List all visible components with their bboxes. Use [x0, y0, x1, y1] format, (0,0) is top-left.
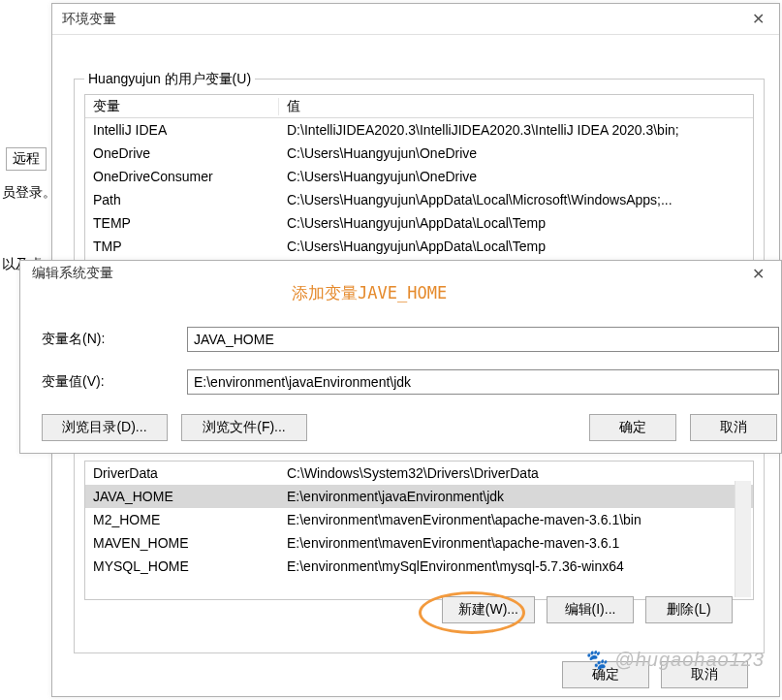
table-row[interactable]: OneDriveC:\Users\Huangyujun\OneDrive [85, 142, 753, 165]
table-row[interactable]: TEMPC:\Users\Huangyujun\AppData\Local\Te… [85, 211, 753, 235]
browse-directory-button[interactable]: 浏览目录(D)... [42, 414, 168, 441]
annotation-text: 添加变量JAVE_HOME [292, 282, 447, 304]
close-icon[interactable]: ✕ [746, 10, 769, 28]
table-row[interactable]: OneDriveConsumerC:\Users\Huangyujun\OneD… [85, 165, 753, 188]
var-name: MAVEN_HOME [85, 535, 279, 551]
var-value: E:\environment\javaEnvironment\jdk [279, 489, 753, 504]
var-value: C:\Users\Huangyujun\AppData\Local\Micros… [279, 192, 753, 207]
ok-button[interactable]: 确定 [589, 414, 676, 441]
var-value: D:\IntelliJIDEA2020.3\IntelliJIDEA2020.3… [279, 122, 753, 138]
edit-button[interactable]: 编辑(I)... [547, 596, 634, 623]
variable-value-label: 变量值(V): [42, 373, 187, 391]
variable-value-input[interactable] [187, 369, 779, 395]
bg-text-remote: 远程 [6, 147, 47, 171]
browse-file-button[interactable]: 浏览文件(F)... [181, 414, 307, 441]
table-row[interactable]: IntelliJ IDEAD:\IntelliJIDEA2020.3\Intel… [85, 118, 753, 142]
table-row[interactable]: JAVA_HOMEE:\environment\javaEnvironment\… [85, 485, 753, 508]
edit-dialog-title: 编辑系统变量 [32, 265, 113, 282]
var-value: E:\environment\mavenEvironment\apache-ma… [279, 535, 753, 551]
var-name: TEMP [85, 215, 279, 231]
table-row[interactable]: MYSQL_HOMEE:\environment\mySqlEnvironmen… [85, 555, 753, 578]
env-dialog-title: 环境变量 [62, 11, 116, 28]
scrollbar[interactable] [735, 481, 751, 597]
table-row[interactable]: M2_HOMEE:\environment\mavenEvironment\ap… [85, 508, 753, 531]
var-name: M2_HOME [85, 512, 279, 527]
table-row[interactable]: TMPC:\Users\Huangyujun\AppData\Local\Tem… [85, 235, 753, 258]
header-value[interactable]: 值 [279, 98, 753, 115]
env-dialog-titlebar: 环境变量 ✕ [52, 4, 779, 35]
var-value: E:\environment\mavenEvironment\apache-ma… [279, 512, 753, 527]
var-name: OneDriveConsumer [85, 169, 279, 184]
var-value: C:\Users\Huangyujun\AppData\Local\Temp [279, 239, 753, 254]
table-row[interactable]: PathC:\Users\Huangyujun\AppData\Local\Mi… [85, 188, 753, 211]
var-name: OneDrive [85, 145, 279, 161]
table-row[interactable]: DriverDataC:\Windows\System32\Drivers\Dr… [85, 461, 753, 485]
edit-system-variable-dialog: 编辑系统变量 ✕ 添加变量JAVE_HOME 变量名(N): 变量值(V): 浏… [19, 260, 782, 454]
user-group-label: Huangyujun 的用户变量(U) [84, 71, 255, 88]
var-name: MYSQL_HOME [85, 558, 279, 574]
var-value: E:\environment\mySqlEnvironment\mysql-5.… [279, 558, 753, 574]
system-variables-group: DriverDataC:\Windows\System32\Drivers\Dr… [74, 421, 765, 653]
system-variables-table[interactable]: DriverDataC:\Windows\System32\Drivers\Dr… [84, 461, 754, 600]
var-value: C:\Users\Huangyujun\AppData\Local\Temp [279, 215, 753, 231]
bg-text-login: 员登录。 [2, 184, 56, 202]
table-header: 变量 值 [85, 95, 753, 118]
var-value: C:\Users\Huangyujun\OneDrive [279, 169, 753, 184]
ok-button[interactable]: 确定 [562, 661, 649, 688]
cancel-button[interactable]: 取消 [661, 661, 748, 688]
variable-name-label: 变量名(N): [42, 331, 187, 348]
var-name: TMP [85, 239, 279, 254]
delete-button[interactable]: 删除(L) [645, 596, 733, 623]
header-variable[interactable]: 变量 [85, 98, 279, 115]
new-button[interactable]: 新建(W)... [442, 596, 535, 623]
variable-name-input[interactable] [187, 327, 779, 352]
var-value: C:\Users\Huangyujun\OneDrive [279, 145, 753, 161]
table-row[interactable]: MAVEN_HOMEE:\environment\mavenEvironment… [85, 531, 753, 555]
close-icon[interactable]: ✕ [746, 265, 769, 283]
var-name: DriverData [85, 465, 279, 481]
cancel-button[interactable]: 取消 [690, 414, 777, 441]
var-name: JAVA_HOME [85, 489, 279, 504]
var-name: IntelliJ IDEA [85, 122, 279, 138]
var-name: Path [85, 192, 279, 207]
var-value: C:\Windows\System32\Drivers\DriverData [279, 465, 753, 481]
